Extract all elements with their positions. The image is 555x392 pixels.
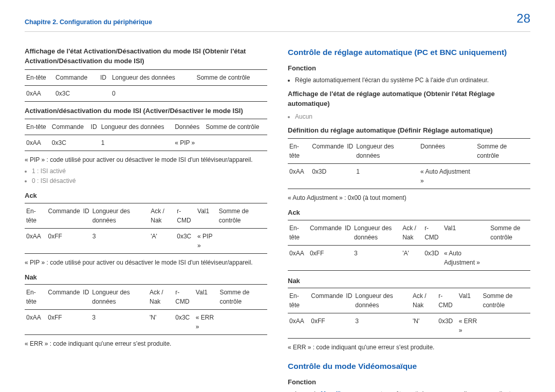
th: Somme de contrôle <box>218 285 267 310</box>
th: Somme de contrôle <box>481 288 530 313</box>
th: Val1 <box>442 220 489 245</box>
table-auto-ack: En-tête Commande ID Longueur des données… <box>288 220 530 271</box>
td <box>218 310 267 335</box>
section-title: Affichage de l'état Activation/Désactiva… <box>25 46 267 66</box>
td: 0x3C <box>50 135 89 151</box>
th: Somme de contrôle <box>489 220 530 245</box>
td <box>481 313 530 339</box>
table-row: 0xAA 0xFF 3 'A' 0x3C « PIP » <box>25 228 267 253</box>
subsection-title: Fonction <box>288 63 530 73</box>
td: 1 <box>100 135 173 151</box>
td: 0xFF <box>309 313 344 339</box>
td: 0xFF <box>46 310 81 335</box>
th: Commande <box>308 220 343 245</box>
list-item: Le mode Mur d'images ne peut pas être ac… <box>295 389 530 392</box>
th: Somme de contrôle <box>217 203 267 228</box>
th: Longueur des données <box>90 285 148 310</box>
th: Val1 <box>196 203 217 228</box>
td <box>204 135 267 151</box>
td: 'N' <box>411 313 437 339</box>
td: 0xAA <box>288 313 309 339</box>
section-heading: Contrôle du mode Vidéomosaïque <box>288 360 530 372</box>
th: Somme de contrôle <box>204 119 267 135</box>
td <box>343 245 353 270</box>
left-column: Affichage de l'état Activation/Désactiva… <box>25 46 267 392</box>
section-heading: Contrôle de réglage automatique (PC et B… <box>288 46 530 58</box>
value-list: 1 : ISI activé 0 : ISI désactivé <box>25 166 267 185</box>
th: Commande <box>50 119 89 135</box>
td <box>195 85 267 101</box>
th: Somme de contrôle <box>475 139 530 164</box>
td: 0xAA <box>25 135 50 151</box>
list-item: Aucun <box>295 112 530 121</box>
th: Ack / Nak <box>149 203 175 228</box>
th: En-tête <box>288 288 309 313</box>
table-row: 0xAA 0x3C 1 « PIP » <box>25 135 267 151</box>
right-column: Contrôle de réglage automatique (PC et B… <box>288 46 530 392</box>
th: Ack / Nak <box>148 285 174 310</box>
th: En-tête <box>25 69 54 85</box>
th: Commande <box>47 203 82 228</box>
th: En-tête <box>288 220 308 245</box>
th: Longueur des données <box>110 69 195 85</box>
table-auto-nak: En-tête Commande ID Longueur des données… <box>288 288 530 339</box>
th: Ack / Nak <box>411 288 437 313</box>
td: 3 <box>354 313 411 339</box>
th: Commande <box>54 69 99 85</box>
th: Commande <box>46 285 81 310</box>
th: Val1 <box>194 285 218 310</box>
table-isi-display: En-tête Commande ID Longueur des données… <box>25 69 267 102</box>
td: « PIP » <box>196 228 217 253</box>
td: 0xFF <box>308 245 343 270</box>
th: Longueur des données <box>91 203 150 228</box>
table-isi-nak: En-tête Commande ID Longueur des données… <box>25 284 267 335</box>
td: 3 <box>353 245 401 270</box>
td: 0xAA <box>25 310 46 335</box>
note: « PIP » : code utilisé pour activer ou d… <box>25 258 267 267</box>
list-item: Règle automatiquement l'écran du système… <box>295 76 530 85</box>
td: 3 <box>91 228 150 253</box>
td: 'A' <box>149 228 175 253</box>
th: r-CMD <box>437 288 457 313</box>
th: r-CMD <box>423 220 442 245</box>
table-row: 0xAA 0xFF 3 'N' 0x3C « ERR » <box>25 310 267 335</box>
td: 1 <box>355 164 419 189</box>
td: 0xAA <box>288 245 308 270</box>
td: 0xFF <box>47 228 82 253</box>
th: r-CMD <box>174 285 194 310</box>
th: En-tête <box>25 285 46 310</box>
td: « ERR » <box>194 310 218 335</box>
th: ID <box>344 288 354 313</box>
list-item: 1 : ISI activé <box>32 166 267 176</box>
table-auto-def: En-tête Commande ID Longueur des données… <box>288 138 530 189</box>
td: 0x3D <box>423 245 442 270</box>
td: 3 <box>90 310 148 335</box>
subsection-title: Ack <box>288 208 530 218</box>
th: Longueur des données <box>353 220 401 245</box>
td: 0 <box>110 85 195 101</box>
section-title: Affichage de l'état de réglage automatiq… <box>288 89 530 109</box>
th: Val1 <box>457 288 482 313</box>
note: « PIP » : code utilisé pour activer ou d… <box>25 155 267 164</box>
th: Données <box>173 119 204 135</box>
subsection-title: Nak <box>288 276 530 286</box>
td: « Auto Adjustment » <box>442 245 489 270</box>
td <box>81 310 90 335</box>
note: « ERR » : code indiquant qu'une erreur s… <box>25 339 267 348</box>
td: 0x3C <box>54 85 99 101</box>
th: En-tête <box>288 139 310 164</box>
section-title: Définition du réglage automatique (Défin… <box>288 125 530 136</box>
td <box>89 135 100 151</box>
th: ID <box>345 139 355 164</box>
th: Somme de contrôle <box>195 69 267 85</box>
subsection-title: Nak <box>25 272 267 283</box>
td: 0xAA <box>25 228 47 253</box>
table-isi-activate: En-tête Commande ID Longueur des données… <box>25 119 267 151</box>
td: 0xAA <box>288 164 310 189</box>
th: En-tête <box>25 119 50 135</box>
th: Données <box>419 139 475 164</box>
td: 'A' <box>401 245 423 270</box>
td: 'N' <box>148 310 174 335</box>
list-item: 0 : ISI désactivé <box>32 176 267 185</box>
th: r-CMD <box>175 203 196 228</box>
